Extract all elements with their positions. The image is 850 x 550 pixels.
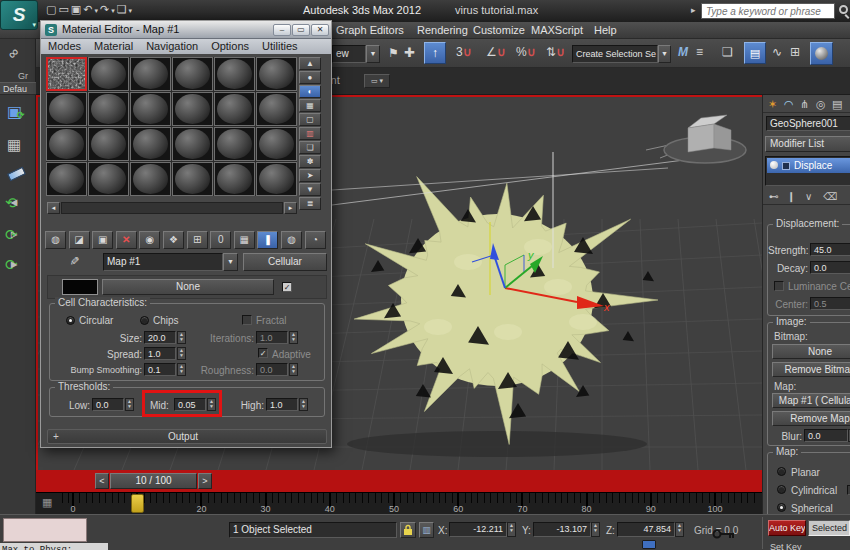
search-icon[interactable] — [839, 5, 848, 14]
blur-field[interactable]: 0.0 — [804, 429, 848, 442]
put-material-to-scene-button[interactable]: ◪ — [69, 231, 90, 249]
sample-slot[interactable] — [46, 162, 87, 196]
bitmap-none-button[interactable]: None — [772, 344, 850, 359]
layer-manager-icon[interactable]: ❏ — [722, 45, 733, 59]
tab-modify-icon[interactable]: ◠ — [784, 98, 794, 111]
z-coordinate-field[interactable]: 47.854 — [617, 522, 675, 537]
map-spherical-label[interactable]: Spherical — [791, 503, 833, 514]
sample-slot[interactable] — [256, 92, 297, 126]
modifier-list-dropdown[interactable]: Modifier List — [765, 136, 850, 152]
previous-frame-button[interactable]: < — [95, 473, 109, 489]
strength-field[interactable]: 45.0 — [810, 243, 850, 256]
menu-modes[interactable]: Modes — [48, 40, 81, 52]
bookmark-icon[interactable]: ⚑ — [388, 46, 399, 60]
map-name-dropdown[interactable]: Map #1 — [103, 253, 223, 271]
rail-anim-play-icon[interactable]: ⟳▷ — [5, 226, 18, 244]
minimize-button[interactable]: – — [273, 24, 291, 36]
scroll-up-icon[interactable]: ▲ — [299, 57, 321, 70]
next-frame-button[interactable]: > — [198, 473, 212, 489]
menu-rendering[interactable]: Rendering — [417, 25, 468, 36]
sample-slot[interactable] — [172, 127, 213, 161]
scene-explorer-button[interactable]: ▤ — [744, 42, 766, 64]
spread-field[interactable]: 1.0 — [144, 347, 176, 360]
remove-map-button[interactable]: Remove Map — [772, 411, 850, 426]
video-color-check-icon[interactable]: ▥ — [299, 127, 321, 140]
map-type-button[interactable]: Cellular — [243, 253, 327, 271]
sample-slot[interactable] — [46, 92, 87, 126]
tab-hierarchy-icon[interactable]: ⋔ — [800, 98, 809, 111]
rail-geometry-icon[interactable]: ▦ — [7, 136, 21, 154]
qat-dropdown-icon[interactable]: ▾ — [129, 7, 135, 14]
angle-snap-icon[interactable]: ∠∪ — [486, 45, 506, 59]
close-button[interactable]: ✕ — [311, 24, 329, 36]
sample-slot[interactable] — [256, 127, 297, 161]
map-spherical-radio[interactable] — [777, 503, 786, 512]
scroll-down-icon[interactable]: ▼ — [299, 183, 321, 196]
decay-field[interactable]: 0.0 — [810, 261, 850, 274]
low-spinner[interactable]: ▲▼ — [125, 398, 134, 411]
roughness-field[interactable]: 0.0 — [256, 363, 288, 376]
material-editor-titlebar[interactable]: S Material Editor - Map #1 – ▭ ✕ — [41, 21, 331, 39]
fractal-checkbox[interactable] — [242, 315, 252, 325]
menu-navigation[interactable]: Navigation — [146, 40, 198, 52]
track-bar-options-icon[interactable]: ▦ — [42, 496, 52, 509]
go-to-parent-button[interactable]: ◍ — [281, 231, 302, 249]
redo-icon[interactable]: ↷ — [100, 3, 111, 15]
z-spinner[interactable]: ▲▼ — [675, 522, 684, 537]
spread-spinner[interactable]: ▲▼ — [177, 347, 186, 360]
high-spinner[interactable]: ▲▼ — [299, 398, 308, 411]
open-file-icon[interactable]: ▭ — [58, 3, 70, 15]
center-field[interactable]: 0.5 — [810, 297, 850, 310]
sample-uv-tiling-icon[interactable]: ▢ — [299, 113, 321, 126]
make-material-copy-button[interactable]: ◉ — [139, 231, 160, 249]
sample-slot[interactable] — [172, 57, 213, 91]
make-unique-button[interactable]: ❖ — [163, 231, 184, 249]
y-spinner[interactable]: ▲▼ — [591, 522, 600, 537]
slot-scroll-right[interactable]: ▸ — [284, 202, 297, 214]
mirror-icon[interactable]: M — [678, 45, 688, 59]
snap-3d-icon[interactable]: 3∪ — [456, 45, 471, 59]
menu-graph-editors[interactable]: Graph Editors — [336, 25, 404, 36]
selection-lock-button[interactable] — [400, 522, 416, 538]
rollout-expand-icon[interactable]: + — [53, 431, 59, 442]
cell-color-swatch[interactable] — [62, 279, 98, 295]
chips-label[interactable]: Chips — [153, 315, 179, 326]
select-by-material-icon[interactable]: ➤ — [299, 169, 321, 182]
sample-slot[interactable] — [130, 162, 171, 196]
key-filter-dropdown[interactable]: Selected — [808, 520, 850, 536]
make-unique-icon[interactable]: ∨ — [805, 191, 812, 202]
maxscript-mini-listener[interactable] — [3, 518, 87, 542]
new-file-icon[interactable]: ▢ — [46, 3, 58, 15]
bump-smoothing-spinner[interactable]: ▲▼ — [177, 363, 186, 376]
slot-scroll-left[interactable]: ◂ — [47, 202, 60, 214]
map-cylindrical-radio[interactable] — [777, 485, 786, 494]
slot-scroll-track[interactable] — [61, 202, 283, 214]
x-spinner[interactable]: ▲▼ — [507, 522, 516, 537]
menu-maxscript[interactable]: MAXScript — [531, 25, 583, 36]
keyboard-override-button[interactable]: ↑ — [424, 42, 446, 64]
sample-slot[interactable] — [46, 57, 87, 91]
put-to-library-button[interactable]: ⊞ — [187, 231, 208, 249]
cell-map-none-button[interactable]: None — [102, 279, 274, 295]
sample-type-icon[interactable]: ● — [299, 71, 321, 84]
material-id-channel-button[interactable]: 0 — [210, 231, 231, 249]
reference-coordinate-arrow[interactable]: ▼ — [366, 45, 380, 63]
go-forward-to-sibling-button[interactable]: ◔ — [305, 231, 326, 249]
options-icon[interactable]: ✽ — [299, 155, 321, 168]
iterations-spinner[interactable]: ▲▼ — [289, 331, 298, 344]
show-end-result-stack-icon[interactable]: ❙ — [787, 191, 795, 202]
align-icon[interactable]: ≡ — [696, 45, 703, 59]
rail-anim-next-icon[interactable]: ⟳▶ — [5, 256, 18, 274]
bump-smoothing-field[interactable]: 0.1 — [144, 363, 176, 376]
paste-icon[interactable]: ❏ — [117, 3, 129, 15]
menu-help[interactable]: Help — [594, 25, 617, 36]
circular-radio[interactable] — [66, 316, 75, 325]
tab-motion-icon[interactable]: ◎ — [816, 98, 826, 111]
infocenter-arrow-icon[interactable]: ▸ — [691, 5, 696, 15]
output-rollout[interactable]: + Output — [47, 429, 327, 444]
modifier-visibility-bulb-icon[interactable] — [770, 161, 778, 169]
save-icon[interactable]: ▣ — [71, 3, 83, 15]
sample-slot[interactable] — [88, 127, 129, 161]
menu-customize[interactable]: Customize — [473, 25, 525, 36]
timeline-ruler[interactable]: ▦ 0102030405060708090100 — [36, 492, 762, 514]
